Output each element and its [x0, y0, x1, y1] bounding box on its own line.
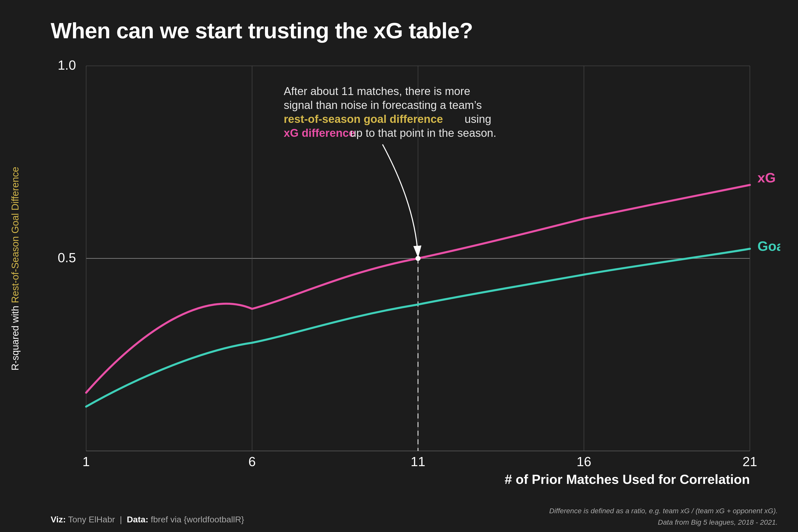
footer-note: Difference is defined as a ratio, e.g. t… — [549, 506, 778, 528]
svg-text:6: 6 — [248, 454, 256, 469]
chart-svg: 1.0 0.5 1 6 11 16 21 xG Difference Goal … — [40, 51, 780, 489]
main-title: When can we start trusting the xG table? — [51, 18, 473, 43]
chart-container: When can we start trusting the xG table?… — [0, 0, 798, 532]
svg-text:1: 1 — [82, 454, 90, 469]
svg-text:up to that point in the season: up to that point in the season. — [350, 127, 496, 139]
svg-text:1.0: 1.0 — [58, 58, 76, 73]
footer-note-line1: Difference is defined as a ratio, e.g. t… — [549, 506, 778, 517]
svg-text:rest-of-season goal difference: rest-of-season goal difference — [284, 113, 443, 125]
svg-text:After about 11 matches, there : After about 11 matches, there is more — [284, 85, 470, 97]
svg-text:11: 11 — [411, 454, 425, 469]
svg-point-26 — [416, 256, 420, 261]
svg-text:Goal Difference: Goal Difference — [758, 239, 780, 253]
viz-author: Tony ElHabr — [68, 514, 115, 524]
svg-text:16: 16 — [576, 454, 591, 469]
svg-text:xG Difference: xG Difference — [758, 170, 780, 185]
footer-note-line2: Data from Big 5 leagues, 2018 - 2021. — [549, 517, 778, 528]
y-axis-highlight: Rest-of-Season Goal Difference — [10, 167, 20, 303]
svg-text:0.5: 0.5 — [58, 250, 76, 265]
y-axis-label: R-squared with Rest-of-Season Goal Diffe… — [10, 167, 21, 370]
svg-text:xG difference: xG difference — [284, 127, 355, 139]
viz-label: Viz: — [51, 514, 66, 524]
data-label: Data: — [127, 514, 149, 524]
svg-text:signal than noise in forecasti: signal than noise in forecasting a team’… — [284, 99, 482, 111]
svg-text:# of Prior Matches Used for Co: # of Prior Matches Used for Correlation — [505, 472, 750, 487]
footer-left: Viz: Tony ElHabr | Data: fbref via {worl… — [51, 514, 244, 525]
svg-text:21: 21 — [742, 454, 757, 469]
data-source: fbref via {worldfootballR} — [151, 514, 244, 524]
svg-text:using: using — [464, 113, 491, 125]
